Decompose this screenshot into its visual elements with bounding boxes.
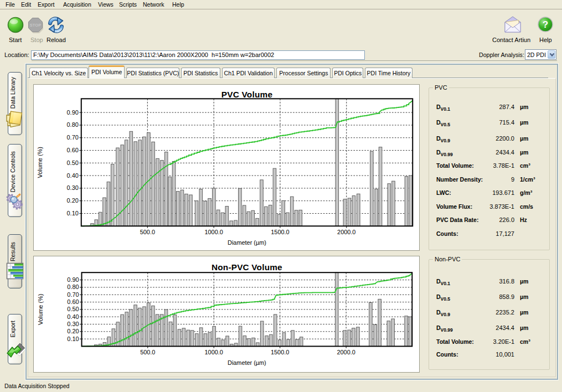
svg-text:0.30: 0.30 [67, 321, 79, 327]
svg-text:1500.0: 1500.0 [271, 229, 289, 235]
svg-text:Diameter (µm): Diameter (µm) [228, 359, 266, 366]
svg-text:PVC Volume: PVC Volume [221, 90, 272, 99]
svg-text:1000.0: 1000.0 [204, 349, 223, 355]
svg-text:0.70: 0.70 [67, 291, 79, 298]
svg-text:Diameter (µm): Diameter (µm) [228, 239, 266, 246]
svg-text:0.20: 0.20 [66, 197, 78, 204]
svg-text:500.0: 500.0 [140, 349, 155, 355]
svg-text:0.40: 0.40 [66, 172, 78, 179]
svg-text:0.10: 0.10 [67, 336, 79, 342]
svg-text:2000.0: 2000.0 [337, 229, 355, 235]
svg-text:0.30: 0.30 [66, 184, 78, 191]
svg-text:0.80: 0.80 [67, 283, 79, 290]
svg-text:0.60: 0.60 [66, 147, 78, 153]
svg-text:0.50: 0.50 [67, 306, 79, 312]
svg-text:Volume (%): Volume (%) [37, 147, 43, 178]
svg-text:0.40: 0.40 [67, 313, 79, 320]
svg-text:500.0: 500.0 [140, 229, 154, 235]
svg-text:1500.0: 1500.0 [271, 349, 289, 355]
svg-text:0.20: 0.20 [67, 328, 79, 334]
svg-text:0.60: 0.60 [67, 298, 79, 305]
svg-text:?: ? [543, 19, 548, 30]
svg-text:Volume (%): Volume (%) [37, 294, 44, 325]
svg-text:0.10: 0.10 [66, 210, 78, 216]
svg-text:1000.0: 1000.0 [204, 229, 223, 235]
svg-text:0.90: 0.90 [66, 109, 78, 116]
svg-text:2000.0: 2000.0 [337, 349, 355, 355]
svg-text:0.80: 0.80 [66, 121, 78, 128]
svg-text:Non-PVC Volume: Non-PVC Volume [211, 262, 282, 272]
svg-text:0.70: 0.70 [66, 134, 78, 141]
svg-text:STOP: STOP [30, 23, 41, 28]
svg-text:0.50: 0.50 [66, 159, 78, 166]
svg-text:0.90: 0.90 [67, 276, 79, 283]
